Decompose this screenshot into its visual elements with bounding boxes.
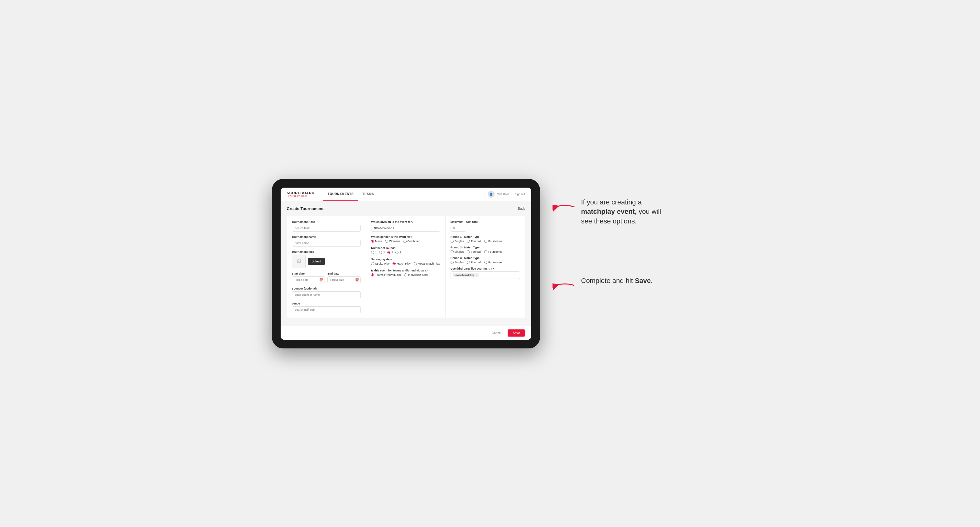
end-date-wrapper: 📅	[328, 276, 361, 283]
calendar-icon-end: 📅	[355, 278, 359, 281]
separator: |	[511, 193, 512, 196]
main-content: Create Tournament ← Back Tournament Host	[281, 201, 531, 326]
round3-match-type-group: Round 3 - Match Type Singles Fourball	[450, 257, 520, 264]
round-2-option[interactable]: 2	[379, 251, 385, 254]
tournament-host-label: Tournament Host	[292, 220, 361, 224]
calendar-icon: 📅	[319, 278, 323, 281]
arrow-bottom-container	[552, 279, 578, 293]
round3-fourball[interactable]: Fourball	[467, 261, 481, 264]
round1-label: Round 1 - Match Type	[450, 235, 520, 238]
max-team-size-label: Maximum Team Size	[450, 220, 520, 224]
gender-womens-option[interactable]: Womens	[385, 240, 400, 243]
round-4-option[interactable]: 4	[395, 251, 401, 254]
back-link[interactable]: ← Back	[514, 207, 525, 210]
team-radio-group: Teams (+Individuals) Individuals Only	[371, 273, 440, 276]
venue-input[interactable]	[292, 306, 361, 313]
scoring-stroke-option[interactable]: Stroke Play	[371, 262, 390, 265]
round2-label: Round 2 - Match Type	[450, 246, 520, 249]
round3-foursomes[interactable]: Foursomes	[484, 261, 502, 264]
team-label: Is this event for Teams and/or Individua…	[371, 269, 440, 272]
third-party-tag-input: Leaderboard King ×	[450, 271, 520, 279]
form-left-col: Tournament Host Tournament name Tourname…	[287, 216, 366, 317]
tournament-logo-group: Tournament logo 🖼 Upload	[292, 250, 361, 268]
round-3-option[interactable]: 3	[387, 251, 393, 254]
venue-group: Venue	[292, 302, 361, 313]
rounds-label: Number of rounds	[371, 246, 440, 250]
round2-foursomes[interactable]: Foursomes	[484, 250, 502, 253]
round1-singles[interactable]: Singles	[450, 240, 464, 243]
start-date-label: Start date	[292, 272, 325, 275]
round2-fourball[interactable]: Fourball	[467, 250, 481, 253]
round2-radio-group: Singles Fourball Foursomes	[450, 250, 520, 253]
scoring-radio-group: Stroke Play Match Play Medal Match Play	[371, 262, 440, 265]
tournament-host-input[interactable]	[292, 225, 361, 232]
third-party-group: Use third-party live scoring API? Leader…	[450, 267, 520, 279]
form-middle-col: Which division is the event for? NCAA Di…	[366, 216, 445, 317]
logo-placeholder: 🖼	[292, 255, 305, 268]
brand-title: SCOREBOARD	[287, 191, 315, 195]
teams-option[interactable]: Teams (+Individuals)	[371, 273, 401, 276]
annotations-panel: If you are creating a matchplay event, y…	[552, 179, 708, 293]
page-title: Create Tournament	[287, 206, 324, 211]
tablet-device: SCOREBOARD Powered by clippit TOURNAMENT…	[272, 179, 540, 348]
sponsor-input[interactable]	[292, 291, 361, 298]
round-1-option[interactable]: 1	[371, 251, 377, 254]
end-date-group: End date 📅	[328, 272, 361, 283]
tablet-screen: SCOREBOARD Powered by clippit TOURNAMENT…	[281, 187, 531, 340]
tournament-name-input[interactable]	[292, 240, 361, 246]
save-button[interactable]: Save	[508, 329, 525, 337]
round3-radio-group: Singles Fourball Foursomes	[450, 261, 520, 264]
scoring-match-option[interactable]: Match Play	[393, 262, 410, 265]
tab-teams[interactable]: TEAMS	[358, 187, 379, 201]
avatar: 👤	[488, 191, 495, 198]
round2-singles[interactable]: Singles	[450, 250, 464, 253]
third-party-label: Use third-party live scoring API?	[450, 267, 520, 270]
gender-combined-option[interactable]: Combined	[404, 240, 420, 243]
leaderboard-king-tag: Leaderboard King ×	[453, 273, 479, 277]
division-select[interactable]: NCAA Division I NCAA Division II NCAA Di…	[371, 225, 440, 232]
cancel-button[interactable]: Cancel	[488, 329, 505, 337]
round3-singles[interactable]: Singles	[450, 261, 464, 264]
page-wrapper: SCOREBOARD Powered by clippit TOURNAMENT…	[272, 179, 708, 348]
logo-upload-area: 🖼 Upload	[292, 255, 361, 268]
scoring-group: Scoring system Stroke Play Match Play	[371, 258, 440, 265]
gender-label: Which gender is the event for?	[371, 235, 440, 238]
gender-mens-option[interactable]: Mens	[371, 240, 382, 243]
max-team-size-input[interactable]	[450, 225, 466, 232]
date-group: Start date 📅 End date	[292, 272, 361, 283]
nav-tabs: TOURNAMENTS TEAMS	[323, 187, 379, 201]
arrow-top-container	[552, 201, 578, 214]
venue-label: Venue	[292, 302, 361, 305]
round2-match-type-group: Round 2 - Match Type Singles Fourball	[450, 246, 520, 253]
top-nav: SCOREBOARD Powered by clippit TOURNAMENT…	[281, 187, 531, 201]
round1-fourball[interactable]: Fourball	[467, 240, 481, 243]
tournament-name-label: Tournament name	[292, 235, 361, 238]
tournament-logo-label: Tournament logo	[292, 250, 361, 253]
user-name: Test User	[497, 193, 509, 196]
individuals-option[interactable]: Individuals Only	[404, 273, 428, 276]
top-annotation-text: If you are creating a matchplay event, y…	[581, 198, 668, 226]
gender-group: Which gender is the event for? Mens Wome…	[371, 235, 440, 243]
upload-button[interactable]: Upload	[308, 258, 325, 265]
sponsor-group: Sponsor (optional)	[292, 287, 361, 298]
tag-close-icon[interactable]: ×	[476, 274, 477, 277]
round1-radio-group: Singles Fourball Foursomes	[450, 240, 520, 243]
division-label: Which division is the event for?	[371, 220, 440, 224]
start-date-wrapper: 📅	[292, 276, 325, 283]
tab-tournaments[interactable]: TOURNAMENTS	[323, 187, 358, 201]
round1-foursomes[interactable]: Foursomes	[484, 240, 502, 243]
form-footer: Cancel Save	[281, 326, 531, 340]
max-team-size-group: Maximum Team Size	[450, 220, 520, 232]
start-date-group: Start date 📅	[292, 272, 325, 283]
top-annotation: If you are creating a matchplay event, y…	[552, 198, 708, 226]
scoring-medal-option[interactable]: Medal Match Play	[414, 262, 440, 265]
arrow-bottom-svg	[552, 279, 578, 292]
tablet: SCOREBOARD Powered by clippit TOURNAMENT…	[272, 179, 540, 348]
tournament-host-group: Tournament Host	[292, 220, 361, 232]
bottom-annotation: Complete and hit Save.	[552, 276, 708, 293]
rounds-radio-group: 1 2 3 4	[371, 251, 440, 254]
sign-out-link[interactable]: Sign out	[514, 193, 525, 196]
end-date-label: End date	[328, 272, 361, 275]
date-row: Start date 📅 End date	[292, 272, 361, 283]
form-grid: Tournament Host Tournament name Tourname…	[287, 216, 525, 317]
